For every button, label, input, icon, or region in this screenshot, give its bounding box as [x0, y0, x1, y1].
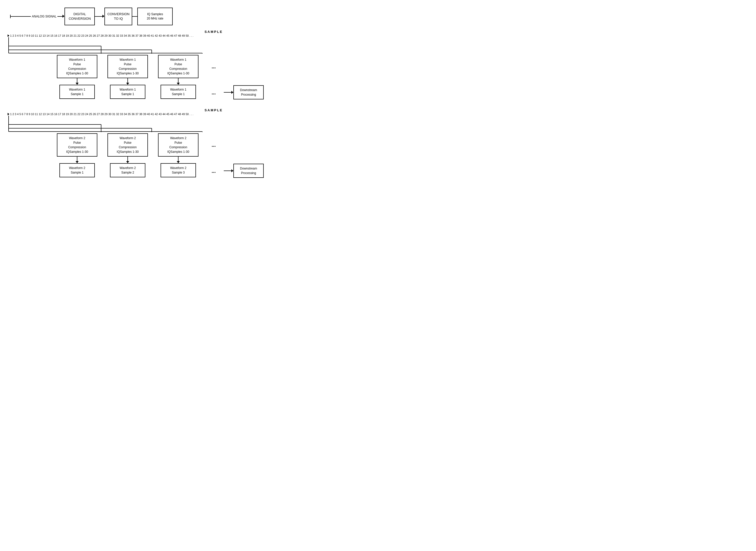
- w2-s1-l1: Waveform 2: [69, 166, 85, 170]
- w2-c3-arrow1: [177, 161, 180, 163]
- w2-s1-l2: Sample 1: [71, 170, 84, 175]
- analog-signal-section: ANALOG SIGNAL: [10, 15, 64, 18]
- sample-label-2: SAMPLE: [56, 108, 372, 112]
- diagram-container: ANALOG SIGNAL DIGITAL CONVERSION CONVERS…: [5, 8, 372, 273]
- w1-ds-l2: Processing: [241, 92, 256, 97]
- w1-s2-l1: Waveform 1: [120, 87, 136, 92]
- bracket-svg-1: [5, 37, 364, 55]
- w1-p3-l2: Pulse: [174, 62, 182, 66]
- signal-connector: [57, 16, 62, 17]
- w2-c3-vline1: [178, 157, 179, 161]
- waveform2-sample-out-2: Waveform 2 Sample 2: [110, 163, 145, 177]
- waveform2-col1: Waveform 2 Pulse Compression IQSamples 1…: [52, 133, 102, 177]
- iq-samples-line: [132, 16, 137, 17]
- w2-p2-l4: IQSamples 1-30: [117, 149, 139, 154]
- waveform1-col2: Waveform 1 Pulse Compression IQSamples 1…: [102, 55, 153, 99]
- conversion-to-iq-box: CONVERSION TO IQ: [104, 8, 132, 25]
- sample-numbers-row-2: 1 2 3 4 5 6 7 8 9 10 11 12 13 14 15 16 1…: [8, 113, 372, 116]
- sample-numbers-2: 1 2 3 4 5 6 7 8 9 10 11 12 13 14 15 16 1…: [10, 113, 193, 116]
- waveform1-downstream-section: Downstream Processing: [224, 55, 264, 99]
- waveform2-proc-row: Waveform 2 Pulse Compression IQSamples 1…: [8, 133, 372, 178]
- digital-conversion-line2: CONVERSION: [69, 16, 91, 21]
- w2-c2-arrow1: [126, 161, 129, 163]
- waveform2-pulse-box-1: Waveform 2 Pulse Compression IQSamples 1…: [57, 133, 97, 157]
- w2-p3-l4: IQSamples 1-30: [167, 149, 189, 154]
- top-flow: ANALOG SIGNAL DIGITAL CONVERSION CONVERS…: [10, 8, 372, 25]
- bracket-svg-2: [5, 116, 364, 133]
- w1-p1-l3: Compression: [68, 66, 86, 71]
- conversion-to-iq-line2: TO IQ: [107, 16, 129, 21]
- w1-c3-vline1: [178, 78, 179, 83]
- w2-c2-vline1: [127, 157, 128, 161]
- w1-c1-vline1: [77, 78, 77, 83]
- waveform1-proc-row: Waveform 1 Pulse Compression IQSamples 1…: [8, 55, 372, 99]
- w2-p2-l3: Compression: [119, 145, 137, 149]
- w2-p3-l2: Pulse: [174, 140, 182, 145]
- sample-numbers-row-1: 1 2 3 4 5 6 7 8 9 10 11 12 13 14 15 16 1…: [8, 34, 372, 37]
- w1-s1-l1: Waveform 1: [69, 87, 85, 92]
- w2-p1-l4: IQSamples 1-30: [66, 149, 88, 154]
- sample-label-1: SAMPLE: [56, 30, 372, 34]
- digital-conversion-line1: DIGITAL: [69, 12, 91, 16]
- w1-c3-arrow1: [177, 83, 180, 85]
- waveform2-section: SAMPLE 1 2 3 4 5 6 7 8 9 10 11 12 13 14 …: [5, 108, 372, 178]
- iq-samples-box: IQ Samples 20 MHz rate: [137, 8, 173, 25]
- waveform1-sample-out-1: Waveform 1 Sample 1: [59, 85, 95, 99]
- w2-p1-l2: Pulse: [73, 140, 81, 145]
- w2-p1-l1: Waveform 2: [69, 136, 85, 140]
- waveform2-col3: Waveform 2 Pulse Compression IQSamples 1…: [153, 133, 204, 177]
- w2-s3-l1: Waveform 2: [170, 166, 186, 170]
- waveform2-ellipsis: ... ...: [204, 133, 224, 174]
- w1-p1-l4: IQSamples 1-30: [66, 71, 88, 76]
- waveform2-sample-out-3: Waveform 2 Sample 3: [161, 163, 196, 177]
- w2-ds-l1: Downstream: [240, 166, 257, 171]
- dc-iq-arrowhead: [102, 15, 104, 18]
- w1-ds-hline: [224, 92, 231, 93]
- w2-p2-l1: Waveform 2: [120, 136, 136, 140]
- w1-p3-l1: Waveform 1: [170, 57, 186, 62]
- signal-arrow: [62, 15, 64, 18]
- waveform2-sample-out-1: Waveform 2 Sample 1: [59, 163, 95, 177]
- w2-s2-l2: Sample 2: [121, 170, 134, 175]
- waveform1-ellipsis-top: ...: [212, 64, 216, 70]
- w2-p3-l1: Waveform 2: [170, 136, 186, 140]
- sample-numbers-1: 1 2 3 4 5 6 7 8 9 10 11 12 13 14 15 16 1…: [10, 34, 193, 37]
- w1-ds-arrow: [231, 91, 233, 94]
- w1-p3-l4: IQSamples 1-30: [167, 71, 189, 76]
- digital-conversion-box: DIGITAL CONVERSION: [64, 8, 95, 25]
- w1-s3-l1: Waveform 1: [170, 87, 186, 92]
- w1-s1-l2: Sample 1: [71, 92, 84, 96]
- w2-p1-l3: Compression: [68, 145, 86, 149]
- sample-arrowhead-2: [8, 113, 9, 115]
- w2-p2-l2: Pulse: [124, 140, 131, 145]
- w1-c2-arrow1: [126, 83, 129, 85]
- w1-s3-l2: Sample 1: [172, 92, 185, 96]
- sample-arrowhead-1: [8, 34, 9, 37]
- waveform1-pulse-box-3: Waveform 1 Pulse Compression IQSamples 1…: [158, 55, 198, 78]
- waveform1-section: SAMPLE 1 2 3 4 5 6 7 8 9 10 11 12 13 14 …: [5, 30, 372, 99]
- iq-samples-line2: 20 MHz rate: [147, 16, 163, 21]
- signal-line: [11, 16, 31, 17]
- w1-s2-l2: Sample 1: [121, 92, 134, 96]
- w1-c1-arrow1: [76, 83, 79, 85]
- w2-ds-l2: Processing: [241, 171, 256, 175]
- waveform1-col1: Waveform 1 Pulse Compression IQSamples 1…: [52, 55, 102, 99]
- w2-ds-arrow: [231, 169, 233, 172]
- waveform2-pulse-box-3: Waveform 2 Pulse Compression IQSamples 1…: [158, 133, 198, 157]
- w2-ds-hline: [224, 170, 231, 171]
- w2-s3-l2: Sample 3: [172, 170, 185, 175]
- waveform1-sample-out-2: Waveform 1 Sample 1: [110, 85, 145, 99]
- w1-p2-l3: Compression: [119, 66, 137, 71]
- waveform1-ellipsis-bottom: ...: [212, 90, 216, 96]
- waveform2-downstream-box: Downstream Processing: [233, 164, 264, 178]
- w1-c2-vline1: [127, 78, 128, 83]
- waveform1-ellipsis: ... ...: [204, 55, 224, 96]
- dc-to-iq-arrow: [95, 15, 104, 18]
- w2-p3-l3: Compression: [169, 145, 187, 149]
- waveform1-pulse-box-2: Waveform 1 Pulse Compression IQSamples 1…: [107, 55, 148, 78]
- waveform2-ellipsis-bottom: ...: [212, 168, 216, 174]
- waveform2-pulse-box-2: Waveform 2 Pulse Compression IQSamples 1…: [107, 133, 148, 157]
- w2-c1-arrow1: [76, 161, 79, 163]
- w2-s2-l1: Waveform 2: [120, 166, 136, 170]
- iq-samples-line1: IQ Samples: [147, 12, 163, 16]
